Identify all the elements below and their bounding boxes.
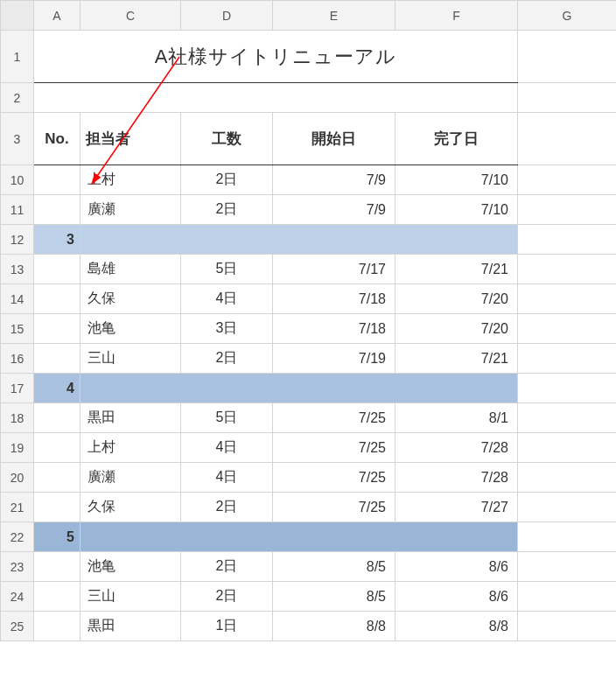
cell-end[interactable]: 7/10	[396, 195, 518, 225]
cell-effort[interactable]: 1日	[181, 612, 273, 641]
cell-person[interactable]: 久保	[80, 493, 181, 522]
cell-end[interactable]: 7/28	[396, 433, 518, 463]
cell-effort[interactable]: 2日	[181, 344, 273, 374]
col-header-D[interactable]: D	[181, 1, 273, 31]
cell-no[interactable]: 5	[34, 522, 80, 552]
cell-no[interactable]	[34, 403, 80, 433]
row-header-17[interactable]: 17	[1, 374, 34, 403]
cell-person[interactable]: 三山	[80, 582, 181, 612]
cell-G[interactable]	[518, 225, 617, 255]
cell-effort[interactable]: 4日	[181, 284, 273, 314]
cell-start[interactable]: 8/5	[273, 552, 396, 582]
cell-G[interactable]	[518, 344, 617, 374]
cell-person[interactable]: 島雄	[80, 255, 181, 284]
group-band[interactable]	[80, 374, 518, 403]
cell-end[interactable]: 7/27	[396, 493, 518, 522]
cell-end[interactable]: 7/21	[396, 344, 518, 374]
col-header-C[interactable]: C	[80, 1, 181, 31]
cell-person[interactable]: 池亀	[80, 552, 181, 582]
cell-no[interactable]: 4	[34, 374, 80, 403]
cell-G[interactable]	[518, 314, 617, 344]
cell-effort[interactable]: 2日	[181, 493, 273, 522]
row-header-2[interactable]: 2	[1, 83, 34, 113]
cell-G[interactable]	[518, 582, 617, 612]
cell-end[interactable]: 7/20	[396, 284, 518, 314]
row-header-15[interactable]: 15	[1, 314, 34, 344]
cell-start[interactable]: 7/25	[273, 403, 396, 433]
cell-no[interactable]	[34, 284, 80, 314]
cell-effort[interactable]: 4日	[181, 463, 273, 493]
group-band[interactable]	[80, 522, 518, 552]
cell-person[interactable]: 黒田	[80, 612, 181, 641]
select-all-cell[interactable]	[1, 1, 34, 31]
cell-no[interactable]	[34, 314, 80, 344]
cell-no[interactable]	[34, 344, 80, 374]
col-header-E[interactable]: E	[273, 1, 396, 31]
header-person[interactable]: 担当者	[80, 113, 181, 165]
cell-start[interactable]: 7/9	[273, 195, 396, 225]
cell-G[interactable]	[518, 552, 617, 582]
header-no[interactable]: No.	[34, 113, 80, 165]
cell-A2[interactable]	[34, 83, 518, 113]
cell-G2[interactable]	[518, 83, 617, 113]
row-header-25[interactable]: 25	[1, 612, 34, 641]
row-header-23[interactable]: 23	[1, 552, 34, 582]
cell-G[interactable]	[518, 612, 617, 641]
header-end[interactable]: 完了日	[396, 113, 518, 165]
cell-effort[interactable]: 2日	[181, 195, 273, 225]
cell-start[interactable]: 7/18	[273, 314, 396, 344]
cell-start[interactable]: 7/17	[273, 255, 396, 284]
cell-end[interactable]: 7/21	[396, 255, 518, 284]
cell-person[interactable]: 三山	[80, 344, 181, 374]
row-header-24[interactable]: 24	[1, 582, 34, 612]
cell-no[interactable]	[34, 612, 80, 641]
cell-G[interactable]	[518, 433, 617, 463]
cell-start[interactable]: 7/19	[273, 344, 396, 374]
cell-no[interactable]	[34, 433, 80, 463]
col-header-A[interactable]: A	[34, 1, 80, 31]
cell-G[interactable]	[518, 165, 617, 195]
cell-no[interactable]	[34, 255, 80, 284]
cell-person[interactable]: 廣瀬	[80, 463, 181, 493]
cell-G[interactable]	[518, 195, 617, 225]
col-header-G[interactable]: G	[518, 1, 617, 31]
cell-start[interactable]: 8/8	[273, 612, 396, 641]
cell-G[interactable]	[518, 255, 617, 284]
cell-no[interactable]	[34, 552, 80, 582]
cell-no[interactable]	[34, 582, 80, 612]
cell-start[interactable]: 8/5	[273, 582, 396, 612]
row-header-21[interactable]: 21	[1, 493, 34, 522]
cell-effort[interactable]: 2日	[181, 552, 273, 582]
cell-G[interactable]	[518, 284, 617, 314]
cell-no[interactable]	[34, 165, 80, 195]
cell-start[interactable]: 7/25	[273, 463, 396, 493]
cell-effort[interactable]: 5日	[181, 403, 273, 433]
header-start[interactable]: 開始日	[273, 113, 396, 165]
row-header-1[interactable]: 1	[1, 31, 34, 83]
cell-G[interactable]	[518, 374, 617, 403]
row-header-3[interactable]: 3	[1, 113, 34, 165]
cell-end[interactable]: 8/1	[396, 403, 518, 433]
cell-end[interactable]: 8/6	[396, 552, 518, 582]
cell-G1[interactable]	[518, 31, 617, 83]
cell-G[interactable]	[518, 403, 617, 433]
row-header-11[interactable]: 11	[1, 195, 34, 225]
cell-end[interactable]: 8/8	[396, 612, 518, 641]
row-header-18[interactable]: 18	[1, 403, 34, 433]
cell-person[interactable]: 廣瀬	[80, 195, 181, 225]
row-header-16[interactable]: 16	[1, 344, 34, 374]
cell-person[interactable]: 池亀	[80, 314, 181, 344]
cell-effort[interactable]: 2日	[181, 165, 273, 195]
cell-no[interactable]: 3	[34, 225, 80, 255]
cell-effort[interactable]: 4日	[181, 433, 273, 463]
row-header-13[interactable]: 13	[1, 255, 34, 284]
cell-start[interactable]: 7/18	[273, 284, 396, 314]
row-header-19[interactable]: 19	[1, 433, 34, 463]
cell-start[interactable]: 7/25	[273, 433, 396, 463]
cell-no[interactable]	[34, 493, 80, 522]
cell-effort[interactable]: 3日	[181, 314, 273, 344]
cell-G3[interactable]	[518, 113, 617, 165]
row-header-10[interactable]: 10	[1, 165, 34, 195]
cell-person[interactable]: 上村	[80, 165, 181, 195]
header-effort[interactable]: 工数	[181, 113, 273, 165]
